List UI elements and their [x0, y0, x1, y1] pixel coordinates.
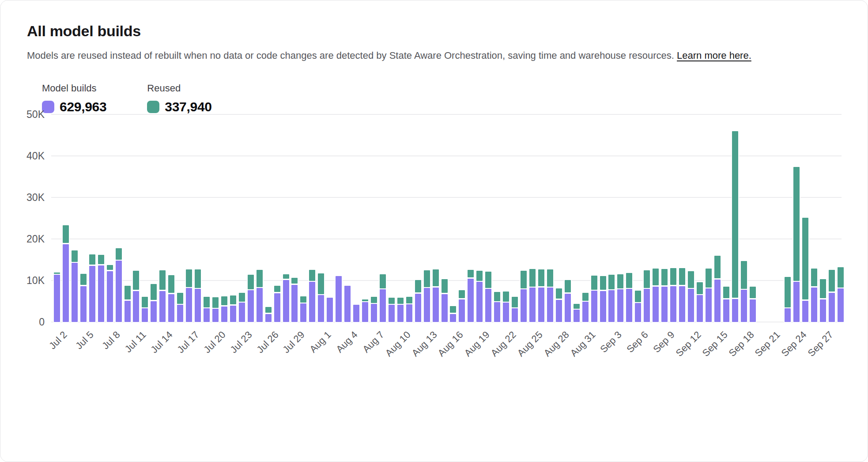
bar-segment-reused[interactable] — [591, 276, 597, 290]
bar-segment-reused[interactable] — [750, 287, 756, 298]
bar-segment-model-builds[interactable] — [838, 288, 844, 322]
bar-segment-model-builds[interactable] — [116, 261, 122, 322]
bar-segment-model-builds[interactable] — [397, 305, 404, 322]
bar-segment-reused[interactable] — [547, 269, 553, 287]
bar-segment-reused[interactable] — [793, 167, 800, 281]
bar-segment-reused[interactable] — [195, 269, 201, 288]
bar-segment-reused[interactable] — [556, 288, 562, 299]
bar-segment-reused[interactable] — [80, 274, 87, 285]
bar-segment-model-builds[interactable] — [626, 289, 632, 322]
bar-segment-reused[interactable] — [116, 248, 122, 260]
bar-segment-model-builds[interactable] — [442, 294, 448, 322]
bar-segment-reused[interactable] — [433, 269, 439, 286]
bar-segment-reused[interactable] — [494, 292, 500, 301]
bar-segment-model-builds[interactable] — [670, 286, 676, 322]
bar-segment-model-builds[interactable] — [556, 300, 562, 322]
bar-segment-model-builds[interactable] — [697, 295, 703, 322]
bar-segment-model-builds[interactable] — [591, 291, 597, 322]
bar-segment-model-builds[interactable] — [177, 305, 183, 322]
learn-more-link[interactable]: Learn more here. — [677, 50, 751, 61]
bar-segment-reused[interactable] — [608, 275, 615, 289]
bar-segment-model-builds[interactable] — [186, 288, 192, 322]
bar-segment-model-builds[interactable] — [617, 289, 623, 322]
bar-segment-reused[interactable] — [72, 250, 78, 261]
bar-segment-reused[interactable] — [697, 282, 703, 294]
bar-segment-reused[interactable] — [168, 275, 174, 293]
bar-segment-reused[interactable] — [476, 271, 483, 281]
bar-segment-model-builds[interactable] — [344, 286, 351, 322]
bar-segment-model-builds[interactable] — [274, 293, 280, 322]
bar-segment-model-builds[interactable] — [336, 276, 342, 322]
bar-segment-reused[interactable] — [661, 269, 668, 285]
bar-segment-model-builds[interactable] — [133, 291, 139, 322]
bar-segment-model-builds[interactable] — [107, 271, 113, 322]
bar-segment-reused[interactable] — [829, 270, 835, 292]
bar-segment-model-builds[interactable] — [468, 279, 474, 322]
bar-segment-model-builds[interactable] — [389, 305, 395, 322]
bar-segment-model-builds[interactable] — [706, 288, 712, 322]
bar-segment-model-builds[interactable] — [291, 285, 298, 322]
bar-segment-model-builds[interactable] — [151, 301, 157, 322]
bar-segment-model-builds[interactable] — [565, 294, 571, 322]
bar-segment-reused[interactable] — [248, 275, 254, 289]
bar-segment-model-builds[interactable] — [574, 310, 580, 322]
bar-segment-model-builds[interactable] — [521, 289, 527, 322]
bar-segment-reused[interactable] — [230, 295, 236, 305]
bar-segment-model-builds[interactable] — [714, 280, 721, 322]
bar-segment-model-builds[interactable] — [450, 314, 456, 322]
bar-segment-reused[interactable] — [380, 274, 386, 288]
bar-segment-model-builds[interactable] — [459, 299, 465, 322]
bar-segment-model-builds[interactable] — [732, 299, 738, 322]
bar-segment-reused[interactable] — [811, 269, 817, 286]
bar-segment-model-builds[interactable] — [529, 288, 536, 322]
bar-segment-reused[interactable] — [538, 269, 544, 286]
bar-segment-reused[interactable] — [265, 307, 272, 313]
bar-segment-reused[interactable] — [371, 297, 377, 303]
bar-segment-reused[interactable] — [221, 296, 227, 306]
bar-segment-model-builds[interactable] — [424, 288, 430, 322]
bar-segment-reused[interactable] — [274, 286, 280, 292]
bar-segment-reused[interactable] — [468, 270, 474, 277]
bar-segment-reused[interactable] — [151, 284, 157, 300]
bar-segment-reused[interactable] — [521, 271, 527, 288]
bar-segment-model-builds[interactable] — [635, 303, 641, 322]
bar-segment-model-builds[interactable] — [750, 299, 756, 322]
bar-segment-reused[interactable] — [63, 225, 69, 243]
bar-segment-reused[interactable] — [186, 269, 192, 287]
bar-segment-reused[interactable] — [688, 271, 694, 288]
bar-segment-reused[interactable] — [635, 291, 641, 302]
bar-segment-reused[interactable] — [617, 274, 623, 288]
bar-segment-model-builds[interactable] — [72, 263, 78, 322]
bar-segment-model-builds[interactable] — [283, 280, 289, 322]
bar-segment-reused[interactable] — [679, 268, 685, 285]
bar-segment-reused[interactable] — [54, 273, 60, 274]
bar-segment-reused[interactable] — [389, 298, 395, 303]
bar-segment-model-builds[interactable] — [89, 266, 95, 322]
bar-segment-model-builds[interactable] — [318, 295, 324, 322]
bar-segment-reused[interactable] — [442, 279, 448, 293]
bar-segment-reused[interactable] — [415, 280, 421, 292]
bar-segment-reused[interactable] — [820, 279, 826, 298]
bar-segment-model-builds[interactable] — [512, 308, 518, 322]
bar-segment-reused[interactable] — [291, 278, 298, 284]
bar-segment-model-builds[interactable] — [653, 287, 659, 322]
bar-segment-model-builds[interactable] — [80, 286, 87, 322]
bar-segment-model-builds[interactable] — [608, 290, 615, 322]
bar-segment-reused[interactable] — [512, 297, 518, 307]
bar-segment-model-builds[interactable] — [257, 288, 263, 322]
bar-segment-reused[interactable] — [309, 270, 315, 280]
bar-segment-model-builds[interactable] — [661, 287, 668, 322]
bar-segment-reused[interactable] — [802, 218, 808, 299]
bar-segment-model-builds[interactable] — [503, 303, 509, 322]
bar-segment-reused[interactable] — [653, 269, 659, 286]
bar-segment-reused[interactable] — [574, 304, 580, 309]
bar-segment-reused[interactable] — [406, 297, 412, 303]
bar-segment-reused[interactable] — [785, 277, 791, 307]
bar-segment-model-builds[interactable] — [248, 290, 254, 322]
bar-segment-reused[interactable] — [300, 296, 306, 303]
bar-segment-reused[interactable] — [644, 270, 650, 288]
bar-segment-reused[interactable] — [257, 270, 263, 287]
bar-segment-model-builds[interactable] — [600, 291, 606, 322]
bar-segment-reused[interactable] — [582, 293, 589, 301]
bar-segment-model-builds[interactable] — [494, 302, 500, 322]
